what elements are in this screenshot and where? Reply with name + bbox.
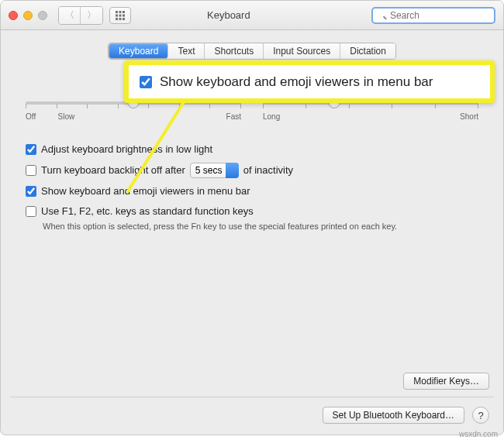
label-slow: Slow [58, 112, 75, 121]
grid-icon [116, 11, 125, 20]
label-fast: Fast [226, 112, 241, 121]
window-controls [9, 11, 47, 20]
brightness-checkbox[interactable] [26, 144, 36, 155]
sliders-row: Off Slow Fast Long Short [26, 101, 478, 121]
callout-checkbox[interactable] [140, 76, 152, 88]
tab-keyboard[interactable]: Keyboard [109, 43, 168, 59]
options: Adjust keyboard brightness in low light … [26, 143, 478, 231]
watermark: wsxdn.com [459, 430, 498, 438]
tabbar: Keyboard Text Shortcuts Input Sources Di… [1, 43, 503, 60]
svg-rect-4 [119, 14, 122, 16]
close-icon[interactable] [9, 11, 18, 20]
svg-rect-3 [116, 14, 118, 16]
backlight-checkbox[interactable] [26, 165, 36, 176]
backlight-select[interactable]: 5 secs [190, 163, 239, 178]
key-repeat-slider: Off Slow Fast [26, 101, 241, 121]
label-off: Off [26, 112, 36, 121]
tab-dictation[interactable]: Dictation [340, 43, 395, 59]
modifier-keys-button[interactable]: Modifier Keys… [403, 373, 489, 390]
search-icon [371, 7, 495, 24]
emoji-label: Show keyboard and emoji viewers in menu … [41, 184, 250, 198]
tab-text[interactable]: Text [168, 43, 205, 59]
bluetooth-keyboard-button[interactable]: Set Up Bluetooth Keyboard… [323, 407, 464, 424]
show-all-button[interactable] [109, 7, 131, 24]
svg-rect-0 [116, 11, 118, 13]
svg-rect-5 [123, 14, 125, 16]
backlight-label-a: Turn keyboard backlight off after [41, 163, 185, 177]
callout-label: Show keyboard and emoji viewers in menu … [160, 74, 433, 90]
back-button[interactable]: 〈 [59, 7, 81, 24]
window-title: Keyboard [207, 9, 250, 21]
svg-rect-8 [123, 18, 125, 20]
nav-buttons: 〈 〉 [58, 6, 103, 25]
tab-shortcuts[interactable]: Shortcuts [205, 43, 264, 59]
divider [10, 397, 494, 397]
forward-button[interactable]: 〉 [81, 7, 102, 24]
label-short: Short [460, 112, 478, 121]
emoji-checkbox[interactable] [26, 186, 36, 197]
help-button[interactable]: ? [472, 407, 489, 424]
minimize-icon[interactable] [23, 11, 33, 20]
fn-checkbox[interactable] [26, 206, 36, 217]
brightness-label: Adjust keyboard brightness in low light [41, 143, 212, 156]
delay-slider: Long Short [263, 101, 478, 121]
fn-label: Use F1, F2, etc. keys as standard functi… [41, 205, 254, 218]
fn-sublabel: When this option is selected, press the … [43, 222, 478, 231]
svg-rect-6 [116, 18, 118, 20]
zoom-icon [38, 11, 47, 20]
svg-rect-1 [119, 11, 122, 13]
label-long: Long [263, 112, 280, 121]
svg-rect-2 [123, 11, 125, 13]
svg-rect-7 [119, 18, 122, 20]
search-input[interactable] [371, 7, 495, 24]
titlebar: 〈 〉 Keyboard [1, 1, 503, 30]
backlight-label-b: of inactivity [243, 163, 293, 177]
callout: Show keyboard and emoji viewers in menu … [124, 60, 495, 103]
tab-input-sources[interactable]: Input Sources [264, 43, 340, 59]
